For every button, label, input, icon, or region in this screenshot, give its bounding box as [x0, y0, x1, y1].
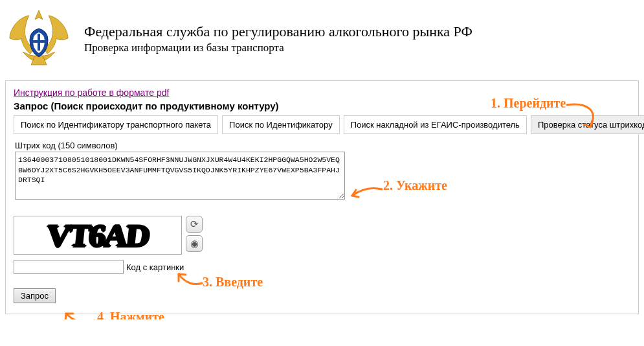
tab-search-invoice-egais[interactable]: Поиск накладной из ЕГАИС-производитель	[344, 115, 527, 134]
captcha-audio-button[interactable]: ◉	[186, 235, 203, 252]
captcha-text: VT6AD	[45, 218, 150, 253]
captcha-image: VT6AD	[14, 216, 182, 255]
barcode-input[interactable]	[15, 152, 345, 200]
page-title: Федеральная служба по регулированию алко…	[84, 23, 472, 40]
page-subtitle: Проверка информации из базы транспорта	[84, 41, 472, 54]
tab-search-by-id[interactable]: Поиск по Идентификатору	[222, 115, 340, 134]
svg-rect-1	[38, 34, 40, 51]
tab-check-barcode-status[interactable]: Проверка статуса штрихкода	[531, 115, 644, 134]
instruction-link[interactable]: Инструкция по работе в формате pdf	[14, 87, 169, 98]
query-title: Запрос (Поиск происходит по продуктивном…	[14, 100, 630, 111]
emblem-icon	[6, 6, 71, 71]
captcha-label: Код с картинки	[126, 262, 184, 272]
submit-button[interactable]: Запрос	[14, 288, 56, 303]
refresh-icon: ⟳	[190, 218, 199, 230]
captcha-refresh-button[interactable]: ⟳	[186, 216, 203, 233]
main-panel: Инструкция по работе в формате pdf Запро…	[5, 80, 639, 314]
tabs: Поиск по Идентификатору транспортного па…	[14, 115, 630, 134]
captcha-input[interactable]	[14, 260, 124, 274]
tab-search-by-transport-id[interactable]: Поиск по Идентификатору транспортного па…	[14, 115, 218, 134]
audio-icon: ◉	[190, 238, 199, 249]
barcode-label: Штрих код (150 символов)	[15, 141, 630, 150]
